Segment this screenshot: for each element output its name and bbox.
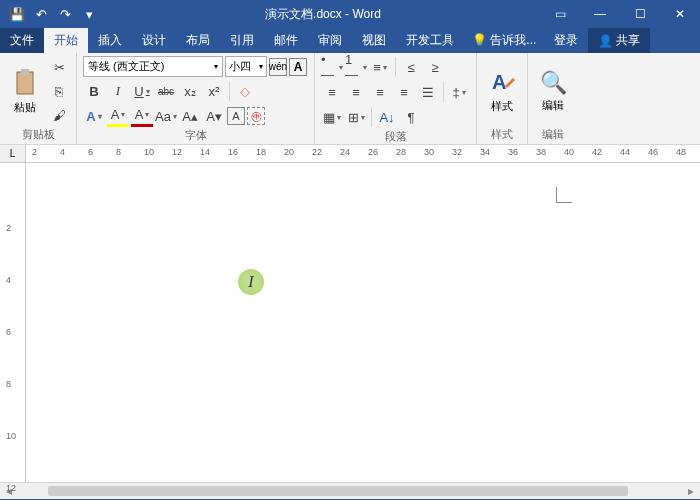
align-justify-button[interactable]: ≡ (393, 81, 415, 103)
share-label: 共享 (616, 32, 640, 49)
ruler-tick: 22 (312, 147, 322, 157)
clipboard-icon (12, 68, 38, 98)
change-case-button[interactable]: Aa (155, 105, 177, 127)
ruler-tick: 8 (6, 379, 11, 389)
borders-button[interactable]: ⊞ (345, 106, 367, 128)
close-button[interactable]: ✕ (660, 0, 700, 28)
window-buttons: ▭ — ☐ ✕ (540, 0, 700, 28)
decrease-indent-button[interactable]: ≤ (400, 56, 422, 78)
ruler-tick: 12 (6, 483, 16, 493)
align-center-button[interactable]: ≡ (345, 81, 367, 103)
ruler-tick: 10 (144, 147, 154, 157)
text-effects-button[interactable]: A (83, 105, 105, 127)
ruler-tick: 24 (340, 147, 350, 157)
ruler-tick: 6 (88, 147, 93, 157)
signin-button[interactable]: 登录 (544, 28, 588, 53)
scrollbar-horizontal[interactable]: ◂ ▸ (0, 482, 700, 499)
superscript-button[interactable]: x² (203, 80, 225, 102)
document-page[interactable]: I (46, 163, 680, 482)
tell-me-label: 告诉我... (490, 33, 536, 47)
copy-button[interactable]: ⎘ (48, 80, 70, 102)
show-marks-button[interactable]: ¶ (400, 106, 422, 128)
ruler-tick: 2 (6, 223, 11, 233)
highlight-button[interactable]: A (107, 105, 129, 127)
qat-more-button[interactable]: ▾ (78, 3, 100, 25)
tab-references[interactable]: 引用 (220, 28, 264, 53)
ruler-tick: 16 (228, 147, 238, 157)
quick-access-toolbar: 💾 ↶ ↷ ▾ (0, 3, 106, 25)
cut-button[interactable]: ✂ (48, 56, 70, 78)
tab-review[interactable]: 审阅 (308, 28, 352, 53)
scroll-thumb[interactable] (48, 486, 628, 496)
align-left-button[interactable]: ≡ (321, 81, 343, 103)
font-name-value: 等线 (西文正文) (88, 59, 164, 74)
tab-view[interactable]: 视图 (352, 28, 396, 53)
tab-layout[interactable]: 布局 (176, 28, 220, 53)
ribbon-display-button[interactable]: ▭ (540, 0, 580, 28)
tab-file[interactable]: 文件 (0, 28, 44, 53)
share-button[interactable]: 👤共享 (588, 28, 650, 53)
ruler-tick: 44 (620, 147, 630, 157)
phonetic-guide-button[interactable]: wén (269, 58, 287, 76)
group-clipboard-label: 剪贴板 (6, 126, 70, 142)
ruler-tick: 32 (452, 147, 462, 157)
ruler-tick: 10 (6, 431, 16, 441)
ruler-tick: 36 (508, 147, 518, 157)
tab-insert[interactable]: 插入 (88, 28, 132, 53)
strike-button[interactable]: abc (155, 80, 177, 102)
find-button[interactable]: 🔍 编辑 (534, 56, 572, 126)
ruler-tick: 18 (256, 147, 266, 157)
styles-label: 样式 (491, 99, 513, 114)
underline-button[interactable]: U (131, 80, 153, 102)
bullets-button[interactable]: •— (321, 56, 343, 78)
align-right-button[interactable]: ≡ (369, 81, 391, 103)
shading-button[interactable]: ▦ (321, 106, 343, 128)
tab-design[interactable]: 设计 (132, 28, 176, 53)
grow-font-button[interactable]: A▴ (179, 105, 201, 127)
group-editing-label: 编辑 (534, 126, 572, 142)
format-painter-button[interactable]: 🖌 (48, 104, 70, 126)
sort-button[interactable]: A↓ (376, 106, 398, 128)
group-paragraph: •— 1— ≡ ≤ ≥ ≡ ≡ ≡ ≡ ☰ ‡ ▦ ⊞ A↓ ¶ (315, 53, 477, 144)
font-name-combo[interactable]: 等线 (西文正文)▾ (83, 56, 223, 77)
clear-format-button[interactable]: ◇ (234, 80, 256, 102)
shrink-font-button[interactable]: A▾ (203, 105, 225, 127)
enclose-char-button[interactable]: ㊥ (247, 107, 265, 125)
ruler-horizontal[interactable]: L 24681012141618202224262830323436384042… (0, 145, 700, 163)
numbering-button[interactable]: 1— (345, 56, 367, 78)
char-shading-button[interactable]: A (227, 107, 245, 125)
svg-text:A: A (492, 71, 506, 93)
document-scroll[interactable]: I (26, 163, 700, 482)
ribbon-tabs: 文件 开始 插入 设计 布局 引用 邮件 审阅 视图 开发工具 💡 告诉我...… (0, 28, 700, 53)
subscript-button[interactable]: x₂ (179, 80, 201, 102)
tell-me[interactable]: 💡 告诉我... (464, 28, 544, 53)
maximize-button[interactable]: ☐ (620, 0, 660, 28)
ruler-vertical[interactable]: 24681012 (0, 163, 26, 482)
tab-developer[interactable]: 开发工具 (396, 28, 464, 53)
ruler-tick: 42 (592, 147, 602, 157)
tab-mail[interactable]: 邮件 (264, 28, 308, 53)
multilevel-button[interactable]: ≡ (369, 56, 391, 78)
char-border-button[interactable]: A (289, 58, 307, 76)
bold-button[interactable]: B (83, 80, 105, 102)
ruler-tick: 20 (284, 147, 294, 157)
distributed-button[interactable]: ☰ (417, 81, 439, 103)
tab-home[interactable]: 开始 (44, 28, 88, 53)
ribbon: 粘贴 ✂ ⎘ 🖌 剪贴板 等线 (西文正文)▾ 小四▾ wén A B I U … (0, 53, 700, 145)
redo-button[interactable]: ↷ (54, 3, 76, 25)
minimize-button[interactable]: — (580, 0, 620, 28)
italic-button[interactable]: I (107, 80, 129, 102)
ruler-tick: 30 (424, 147, 434, 157)
tab-selector[interactable]: L (0, 145, 26, 162)
increase-indent-button[interactable]: ≥ (424, 56, 446, 78)
paste-button[interactable]: 粘贴 (6, 56, 44, 126)
font-size-combo[interactable]: 小四▾ (225, 56, 267, 77)
undo-button[interactable]: ↶ (30, 3, 52, 25)
editing-btn-label: 编辑 (542, 98, 564, 113)
line-spacing-button[interactable]: ‡ (448, 81, 470, 103)
ruler-tick: 4 (60, 147, 65, 157)
ruler-tick: 48 (676, 147, 686, 157)
styles-button[interactable]: A 样式 (483, 56, 521, 126)
font-color-button[interactable]: A (131, 105, 153, 127)
save-button[interactable]: 💾 (6, 3, 28, 25)
